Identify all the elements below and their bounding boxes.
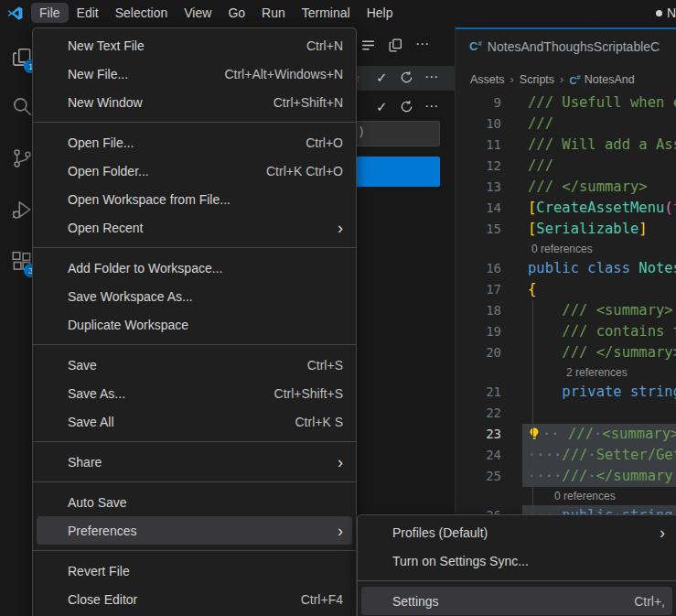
refresh-icon[interactable] (400, 100, 413, 116)
code-line-16[interactable]: 16public class Notes (456, 258, 676, 279)
menu-item-open-workspace-from-file[interactable]: Open Workspace from File... (33, 185, 356, 213)
code-line-text: /// (501, 156, 676, 177)
code-line-text: ····///·Setter/Gett (501, 445, 676, 466)
code-line-25[interactable]: 25····///·</summary (456, 466, 676, 487)
menu-item-label: Duplicate Workspace (68, 318, 343, 332)
code-line-19[interactable]: 19 /// contains t (456, 321, 676, 342)
extensions-icon[interactable]: 3 (10, 250, 34, 274)
menu-item-shortcut: Ctrl+Alt+Windows+N (224, 67, 343, 81)
code-line-15[interactable]: 15[Serializable] (456, 219, 676, 240)
menubar-edit[interactable]: Edit (69, 3, 107, 23)
menu-item-open-folder[interactable]: Open Folder...Ctrl+K Ctrl+O (33, 157, 356, 185)
code-line-9[interactable]: 9/// Usefull when e (456, 92, 676, 113)
line-number: 18 (456, 300, 501, 321)
code-line-text: private string n (501, 382, 676, 403)
menu-item-label: Open File... (68, 135, 306, 150)
code-line-11[interactable]: 11/// Will add a Ass (456, 135, 676, 156)
menu-separator (33, 344, 356, 345)
menu-item-new-window[interactable]: New WindowCtrl+Shift+N (33, 88, 356, 116)
menu-item-save[interactable]: SaveCtrl+S (33, 351, 356, 379)
code-line-text: /// Will add a Ass (501, 135, 676, 156)
menu-separator (33, 122, 356, 123)
code-line-18[interactable]: 18 /// <summary> (456, 300, 676, 321)
code-line-23[interactable]: 23·· ///·<summary> (456, 424, 676, 445)
more-actions-icon[interactable]: ⋯ (424, 70, 438, 84)
menu-item-shortcut: Ctrl+K S (295, 415, 343, 429)
line-number: 9 (456, 92, 501, 113)
code-line-13[interactable]: 13/// </summary> (456, 177, 676, 198)
menu-item-label: Auto Save (68, 495, 343, 510)
line-number: 15 (456, 219, 501, 240)
menu-item-label: New File... (68, 67, 224, 81)
menu-item-shortcut: Ctrl+N (306, 38, 343, 53)
vscode-logo-icon (6, 5, 24, 22)
commit-check-icon[interactable]: ✓ (376, 100, 388, 114)
menu-item-new-file[interactable]: New File...Ctrl+Alt+Windows+N (33, 59, 356, 88)
menubar-file[interactable]: File (31, 3, 69, 23)
menubar-selection[interactable]: Selection (107, 3, 177, 23)
window-title: N (656, 0, 676, 26)
search-icon[interactable] (10, 94, 34, 118)
menu-item-close-editor[interactable]: Close EditorCtrl+F4 (33, 585, 356, 613)
menu-item-save-workspace-as[interactable]: Save Workspace As... (33, 282, 356, 310)
breadcrumb-item-file[interactable]: NotesAnd (585, 73, 635, 86)
menu-item-revert-file[interactable]: Revert File (33, 557, 356, 585)
codelens-references[interactable]: 0 references (456, 487, 676, 505)
copy-icon[interactable] (388, 38, 403, 56)
breadcrumb-item-scripts[interactable]: Scripts (520, 73, 554, 86)
run-and-debug-icon[interactable] (10, 198, 34, 222)
indent-guide (532, 300, 533, 515)
line-number: 21 (456, 382, 501, 403)
code-line-14[interactable]: 14[CreateAssetMenu(f (456, 198, 676, 219)
menu-item-duplicate-workspace[interactable]: Duplicate Workspace (33, 310, 356, 339)
code-line-20[interactable]: 20 /// </summary> (456, 342, 676, 363)
menu-item-share[interactable]: Share› (33, 448, 356, 476)
menu-item-label: Open Folder... (68, 164, 266, 178)
lightbulb-icon[interactable] (528, 426, 542, 442)
codelens-references[interactable]: 2 references (456, 363, 676, 382)
codelens-references[interactable]: 0 references (456, 240, 676, 258)
chevron-right-icon: › (338, 523, 343, 539)
refresh-icon[interactable] (400, 70, 413, 87)
code-line-22[interactable]: 22 (456, 403, 676, 424)
code-line-10[interactable]: 10/// (456, 113, 676, 135)
menu-item-open-file[interactable]: Open File...Ctrl+O (33, 128, 356, 157)
menu-item-auto-save[interactable]: Auto Save (33, 488, 356, 516)
explorer-icon[interactable]: 1 (10, 46, 34, 70)
menubar-help[interactable]: Help (359, 3, 402, 23)
code-line-12[interactable]: 12/// (456, 156, 676, 177)
menubar-view[interactable]: View (176, 3, 220, 23)
source-control-icon[interactable] (10, 146, 34, 170)
menu-item-open-recent[interactable]: Open Recent› (33, 213, 356, 242)
menubar-run[interactable]: Run (253, 3, 294, 23)
chevron-right-icon: › (510, 72, 514, 86)
code-line-text: /// <summary> (501, 300, 676, 321)
code-line-17[interactable]: 17{ (456, 279, 676, 300)
menu-item-new-text-file[interactable]: New Text FileCtrl+N (33, 31, 356, 59)
menu-item-label: Open Recent (68, 221, 328, 235)
menu-item-save-all[interactable]: Save AllCtrl+K S (33, 407, 356, 436)
more-actions-icon[interactable]: ⋯ (424, 99, 438, 113)
code-line-24[interactable]: 24····///·Setter/Gett (456, 445, 676, 466)
view-as-list-icon[interactable] (360, 38, 376, 56)
menu-item-label: Profiles (Default) (392, 525, 650, 540)
dirty-indicator-icon (656, 10, 662, 16)
code-line-21[interactable]: 21 private string n (456, 382, 676, 403)
commit-check-icon[interactable]: ✓ (376, 70, 388, 85)
tab-notesandthoughs[interactable]: C# NotesAndThoughsScriptableC (456, 27, 676, 66)
breadcrumb-item-assets[interactable]: Assets (470, 73, 505, 86)
menu-item-preferences[interactable]: Preferences› (37, 516, 352, 545)
code-line-text: /// </summary> (501, 342, 676, 363)
menu-item-profiles-default[interactable]: Profiles (Default)› (358, 518, 676, 546)
line-number: 22 (456, 403, 501, 424)
line-number: 19 (456, 321, 501, 342)
more-actions-icon[interactable]: ⋯ (415, 37, 429, 51)
menu-item-label: Share (68, 455, 328, 470)
menu-item-settings[interactable]: SettingsCtrl+, (361, 587, 672, 615)
menu-item-turn-on-settings-sync[interactable]: Turn on Settings Sync... (358, 546, 676, 575)
menu-item-save-as[interactable]: Save As...Ctrl+Shift+S (33, 379, 356, 407)
menubar-go[interactable]: Go (220, 3, 253, 23)
menubar-terminal[interactable]: Terminal (294, 3, 359, 23)
menu-item-add-folder-to-workspace[interactable]: Add Folder to Workspace... (33, 254, 356, 282)
code-area[interactable]: 9/// Usefull when e10///11/// Will add a… (456, 92, 676, 526)
